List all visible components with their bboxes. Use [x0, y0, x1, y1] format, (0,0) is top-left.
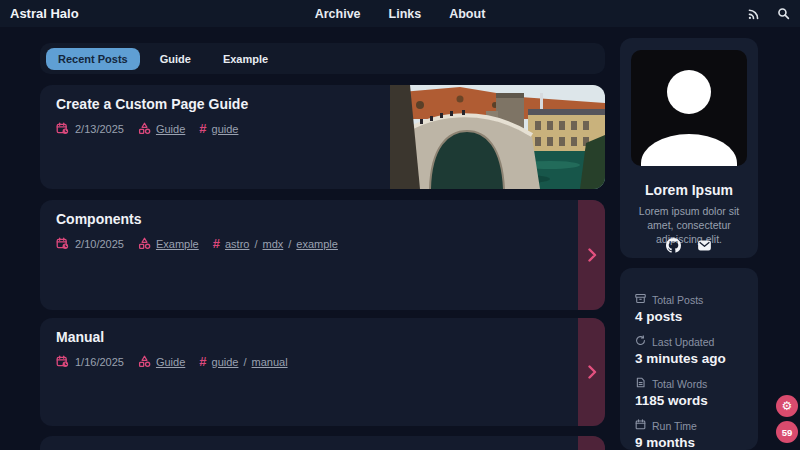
github-icon[interactable]	[666, 238, 681, 253]
stat-total-posts: Total Posts 4 posts	[635, 293, 703, 324]
post-meta: 2/13/2025 Guide # guide	[56, 121, 238, 136]
calendar-icon	[635, 419, 646, 432]
post-card	[40, 436, 605, 450]
chevron-right-icon	[587, 365, 597, 379]
stat-total-words: Total Words 1185 words	[635, 377, 708, 408]
post-open-strip[interactable]	[578, 436, 605, 450]
stat-value: 4 posts	[635, 309, 703, 324]
nav-link-about[interactable]: About	[449, 7, 485, 21]
document-icon	[635, 377, 646, 390]
post-category-link[interactable]: Guide	[156, 356, 185, 368]
stat-value: 9 months	[635, 435, 697, 450]
post-title[interactable]: Components	[56, 211, 142, 227]
mail-icon[interactable]	[697, 238, 712, 253]
avatar[interactable]	[631, 50, 747, 166]
tab-guide[interactable]: Guide	[148, 48, 203, 70]
post-title[interactable]: Manual	[56, 329, 104, 345]
post-date: 1/16/2025	[75, 356, 124, 368]
stat-label: Last Updated	[652, 336, 714, 348]
post-card: Components 2/10/2025 Example # astro	[40, 200, 605, 310]
hash-icon: #	[213, 236, 220, 251]
category-icon	[138, 122, 151, 135]
stat-last-updated: Last Updated 3 minutes ago	[635, 335, 726, 366]
page: Astral Halo Archive Links About Recent P…	[0, 0, 800, 450]
nav-link-links[interactable]: Links	[389, 7, 422, 21]
tab-example[interactable]: Example	[211, 48, 280, 70]
post-meta: 1/16/2025 Guide # guide / manual	[56, 354, 288, 369]
calendar-clock-icon	[56, 237, 69, 250]
post-date: 2/10/2025	[75, 238, 124, 250]
calendar-clock-icon	[56, 355, 69, 368]
hash-icon: #	[199, 354, 206, 369]
stat-label: Total Posts	[652, 294, 703, 306]
post-open-strip[interactable]	[578, 200, 605, 310]
post-tag-link[interactable]: mdx	[263, 238, 284, 250]
refresh-icon	[635, 335, 646, 348]
rss-icon[interactable]	[746, 7, 760, 21]
settings-fab[interactable]: ⚙	[776, 395, 798, 417]
tag-separator: /	[243, 356, 246, 368]
stat-value: 1185 words	[635, 393, 708, 408]
post-cover-image[interactable]	[390, 85, 605, 189]
post-title[interactable]: Create a Custom Page Guide	[56, 96, 248, 112]
nav-links: Archive Links About	[0, 0, 800, 27]
category-icon	[138, 237, 151, 250]
navbar: Astral Halo Archive Links About	[0, 0, 800, 27]
nav-icons	[746, 0, 790, 27]
profile-social-links	[620, 238, 758, 253]
scroll-progress-fab[interactable]: 59	[776, 421, 798, 443]
nav-link-archive[interactable]: Archive	[315, 7, 361, 21]
post-tag-link[interactable]: astro	[225, 238, 249, 250]
reading-progress-value: 59	[782, 427, 793, 438]
stone-bridge-illustration	[390, 85, 605, 189]
post-date: 2/13/2025	[75, 123, 124, 135]
post-tag-link[interactable]: example	[296, 238, 338, 250]
stat-run-time: Run Time 9 months	[635, 419, 697, 450]
stat-label: Run Time	[652, 420, 697, 432]
post-card: Manual 1/16/2025 Guide # guide	[40, 318, 605, 426]
calendar-clock-icon	[56, 122, 69, 135]
chevron-right-icon	[587, 248, 597, 262]
post-card: Create a Custom Page Guide 2/13/2025 Gui…	[40, 85, 605, 189]
post-category-link[interactable]: Example	[156, 238, 199, 250]
profile-name: Lorem Ipsum	[620, 182, 758, 198]
tag-separator: /	[254, 238, 257, 250]
stat-value: 3 minutes ago	[635, 351, 726, 366]
post-tag-link[interactable]: manual	[252, 356, 288, 368]
avatar-head	[667, 70, 711, 114]
post-tag-link[interactable]: guide	[212, 123, 239, 135]
gear-icon: ⚙	[782, 399, 793, 413]
avatar-shoulders	[641, 134, 737, 166]
post-category-link[interactable]: Guide	[156, 123, 185, 135]
archive-box-icon	[635, 293, 646, 306]
post-filter-tabbar: Recent Posts Guide Example	[40, 43, 605, 74]
profile-card: Lorem Ipsum Lorem ipsum dolor sit amet, …	[620, 38, 758, 258]
category-icon	[138, 355, 151, 368]
tag-separator: /	[288, 238, 291, 250]
search-icon[interactable]	[776, 7, 790, 21]
tab-recent-posts[interactable]: Recent Posts	[46, 48, 140, 70]
stats-card: Total Posts 4 posts Last Updated 3 minut…	[620, 268, 758, 450]
hash-icon: #	[199, 121, 206, 136]
post-tag-link[interactable]: guide	[212, 356, 239, 368]
post-meta: 2/10/2025 Example # astro / mdx / exampl…	[56, 236, 338, 251]
post-open-strip[interactable]	[578, 318, 605, 426]
stat-label: Total Words	[652, 378, 707, 390]
